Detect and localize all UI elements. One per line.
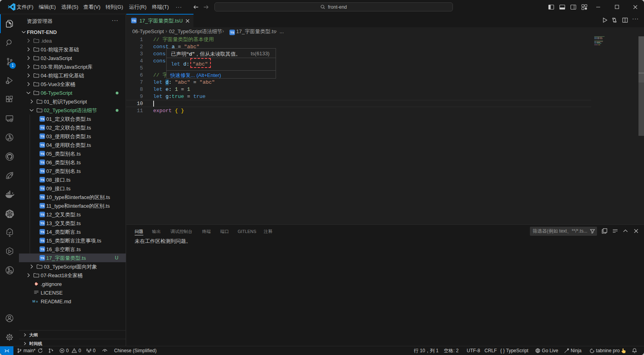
svg-text:M: M — [32, 299, 35, 303]
